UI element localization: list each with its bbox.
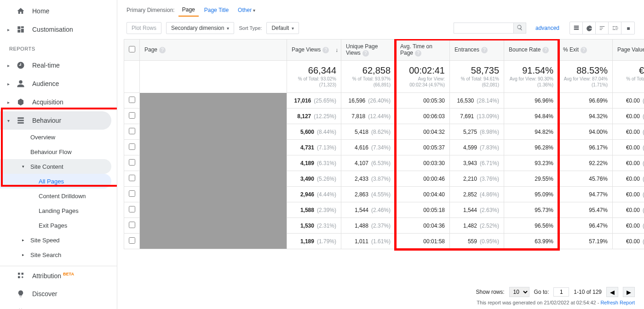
help-icon[interactable]: ?	[415, 50, 421, 57]
sub-site-search[interactable]: ▸ Site Search	[0, 247, 117, 262]
help-icon[interactable]: ?	[159, 47, 166, 53]
tab-other[interactable]: Other	[234, 4, 259, 16]
view-pie-icon[interactable]	[583, 22, 596, 34]
go-to-input[interactable]	[553, 287, 569, 297]
row-checkbox[interactable]	[129, 128, 135, 134]
report-meta: This report was generated on 21/02/2022 …	[117, 299, 644, 309]
table-row: 17,016(25.65%)16,596(26.40%)00:05:3016,5…	[124, 93, 644, 109]
sub-landing-pages[interactable]: Landing Pages	[0, 203, 117, 218]
prev-page-button[interactable]: ◀	[606, 287, 618, 297]
nav-discover-label: Discover	[32, 290, 57, 298]
row-checkbox[interactable]	[129, 175, 135, 181]
sub-site-speed-label: Site Speed	[30, 237, 60, 244]
sub-content-drilldown[interactable]: Content Drilldown	[0, 189, 117, 203]
table-row: 1,588(2.39%)1,544(2.46%)00:05:181,544(2.…	[124, 202, 644, 218]
nav-admin[interactable]: Admin	[0, 303, 117, 309]
col-entrances[interactable]: Entrances?	[450, 40, 504, 61]
advanced-link[interactable]: advanced	[535, 25, 559, 31]
table-row: 4,731(7.13%)4,616(7.34%)00:05:374,599(7.…	[124, 140, 644, 155]
select-all-checkbox[interactable]	[129, 46, 135, 52]
col-page-views[interactable]: Page Views?↓	[287, 40, 341, 61]
nav-acquisition[interactable]: ▸ Acquisition	[0, 93, 117, 111]
sub-site-content[interactable]: ▾ Site Content	[0, 159, 111, 174]
help-icon[interactable]: ?	[542, 47, 549, 53]
row-checkbox[interactable]	[129, 190, 135, 197]
nav-behaviour-label: Behaviour	[32, 117, 61, 124]
page-cell	[140, 155, 287, 171]
col-unique-page-views[interactable]: Unique Page Views?	[341, 40, 396, 61]
col-page-value[interactable]: Page Value?	[613, 40, 644, 61]
row-checkbox[interactable]	[129, 143, 135, 150]
sort-type-dropdown[interactable]: Default	[266, 22, 299, 34]
clock-icon	[16, 60, 26, 70]
nav-attribution[interactable]: AttributionBETA	[0, 266, 117, 285]
page-cell	[140, 140, 287, 155]
view-bar-icon[interactable]	[596, 22, 609, 34]
page-cell	[140, 124, 287, 140]
sub-behaviour-flow[interactable]: Behaviour Flow	[0, 144, 117, 159]
row-checkbox[interactable]	[129, 206, 135, 212]
next-page-button[interactable]: ▶	[623, 287, 635, 297]
row-checkbox[interactable]	[129, 159, 135, 166]
nav-audience[interactable]: ▸ Audience	[0, 74, 117, 93]
page-cell	[140, 187, 287, 202]
row-checkbox[interactable]	[129, 237, 135, 244]
col-bounce-rate[interactable]: Bounce Rate?	[504, 40, 558, 61]
row-checkbox[interactable]	[129, 97, 135, 103]
help-icon[interactable]: ?	[362, 50, 369, 57]
nav-customisation[interactable]: ▸ Customisation	[0, 20, 117, 39]
search-button[interactable]	[513, 23, 526, 34]
nav-attribution-label: Attribution	[32, 272, 61, 279]
refresh-report-link[interactable]: Refresh Report	[600, 300, 635, 305]
chevron-down-icon: ▾	[22, 164, 27, 169]
page-cell	[140, 202, 287, 218]
row-checkbox[interactable]	[129, 112, 135, 119]
help-icon[interactable]: ?	[481, 47, 488, 53]
sub-overview[interactable]: Overview	[0, 130, 117, 144]
plot-rows-button[interactable]: Plot Rows	[126, 22, 161, 34]
show-rows-select[interactable]: 10	[509, 287, 529, 297]
table-row: 8,127(12.25%)7,818(12.44%)00:06:037,691(…	[124, 109, 644, 124]
primary-dimension-label: Primary Dimension:	[126, 7, 175, 13]
pagination-range: 1-10 of 129	[574, 289, 602, 295]
col-page[interactable]: Page?	[140, 40, 287, 61]
secondary-dimension-dropdown[interactable]: Secondary dimension	[166, 22, 234, 34]
view-table-icon[interactable]	[570, 22, 583, 34]
chevron-right-icon: ▸	[22, 238, 27, 242]
nav-discover[interactable]: Discover	[0, 285, 117, 303]
sub-all-pages[interactable]: All Pages	[0, 174, 111, 189]
page-cell	[140, 234, 287, 249]
sort-desc-icon: ↓	[335, 47, 338, 53]
help-icon[interactable]: ?	[322, 47, 329, 53]
table-row: 5,600(8.44%)5,418(8.62%)00:04:325,275(8.…	[124, 124, 644, 140]
sub-site-search-label: Site Search	[30, 252, 61, 258]
nav-home-label: Home	[32, 7, 49, 15]
tab-page[interactable]: Page	[178, 4, 199, 17]
tab-page-title[interactable]: Page Title	[201, 4, 232, 16]
view-pivot-icon[interactable]	[621, 22, 634, 34]
table-row: 1,530(2.31%)1,488(2.37%)00:04:361,482(2.…	[124, 218, 644, 234]
row-checkbox[interactable]	[129, 222, 135, 228]
behaviour-icon	[16, 115, 26, 126]
nav-behaviour[interactable]: ▾ Behaviour	[0, 111, 111, 130]
sub-exit-pages[interactable]: Exit Pages	[0, 218, 117, 233]
col-avg-time[interactable]: Avg. Time on Page?	[396, 40, 450, 61]
show-rows-label: Show rows:	[476, 289, 505, 295]
chevron-right-icon: ▸	[22, 252, 27, 257]
nav-home[interactable]: Home	[0, 2, 117, 20]
nav-realtime[interactable]: ▸ Real-time	[0, 56, 117, 74]
help-icon[interactable]: ?	[581, 47, 587, 53]
toolbar: Plot Rows Secondary dimension Sort Type:…	[117, 17, 644, 39]
beta-badge: BETA	[63, 272, 74, 276]
acquisition-icon	[16, 97, 26, 107]
view-comparison-icon[interactable]	[609, 22, 621, 34]
nav-audience-label: Audience	[32, 80, 59, 87]
page-cell	[140, 218, 287, 234]
table-row: 2,946(4.44%)2,863(4.55%)00:04:402,852(4.…	[124, 187, 644, 202]
col-exit[interactable]: % Exit?	[558, 40, 613, 61]
sub-site-speed[interactable]: ▸ Site Speed	[0, 233, 117, 247]
page-cell	[140, 93, 287, 109]
search-input[interactable]	[454, 23, 513, 34]
table-row: 1,189(1.79%)1,011(1.61%)00:01:58559(0.95…	[124, 234, 644, 249]
reports-header: REPORTS	[0, 39, 117, 56]
